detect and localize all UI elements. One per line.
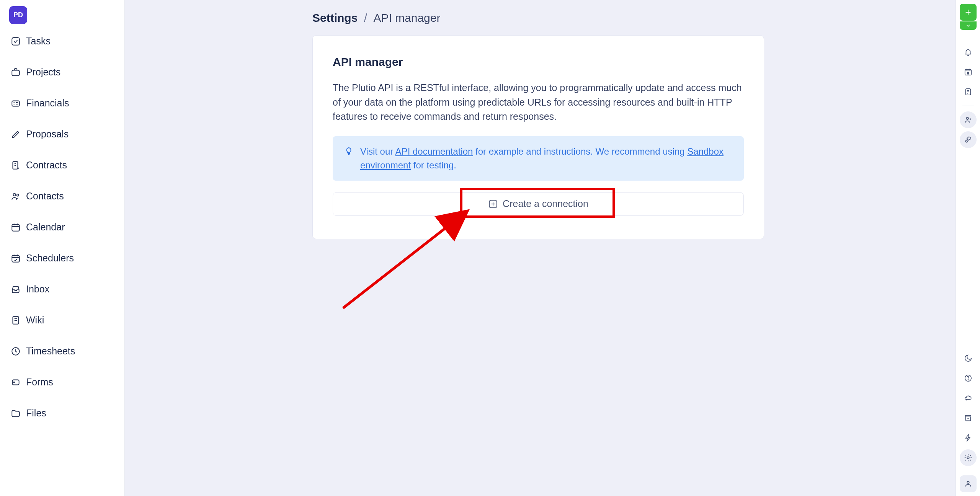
rightbar-divider <box>962 106 974 106</box>
sidebar-item-contacts[interactable]: Contacts <box>5 186 119 206</box>
api-documentation-link[interactable]: API documentation <box>395 146 473 157</box>
quick-add-button[interactable] <box>960 4 977 21</box>
svg-rect-6 <box>12 224 20 231</box>
sidebar-item-schedulers[interactable]: Schedulers <box>5 248 119 268</box>
check-square-icon <box>11 36 21 46</box>
clock-icon <box>11 346 21 356</box>
workspace-avatar[interactable]: PD <box>9 6 27 24</box>
folder-icon <box>11 408 21 418</box>
breadcrumb-api-manager: API manager <box>373 11 440 24</box>
primary-nav: Tasks Projects Financials Proposals Cont… <box>5 31 119 423</box>
svg-point-20 <box>967 457 969 459</box>
info-text: Visit our API documentation for example … <box>360 145 732 172</box>
notifications-button[interactable] <box>960 44 977 60</box>
calendar-day-number: 9 <box>967 71 969 75</box>
api-manager-card: API manager The Plutio API is a RESTful … <box>312 35 764 239</box>
svg-point-21 <box>967 481 969 484</box>
info-mid: for example and instructions. We recomme… <box>473 146 687 157</box>
cloud-button[interactable] <box>960 390 977 406</box>
pen-icon <box>11 129 21 139</box>
sidebar-item-contracts[interactable]: Contracts <box>5 155 119 175</box>
sidebar-item-label: Wiki <box>26 315 44 326</box>
breadcrumb-separator: / <box>364 11 367 24</box>
form-icon <box>11 377 21 387</box>
plus-square-icon <box>488 199 498 209</box>
users-icon <box>11 191 21 201</box>
sidebar-item-financials[interactable]: Financials <box>5 93 119 113</box>
sidebar-item-label: Forms <box>26 377 53 388</box>
profile-button[interactable] <box>960 475 977 492</box>
card-title: API manager <box>333 55 744 69</box>
svg-rect-7 <box>12 255 20 262</box>
add-contact-button[interactable] <box>960 111 977 128</box>
sidebar-item-tasks[interactable]: Tasks <box>5 31 119 51</box>
workspace-initials: PD <box>13 11 23 19</box>
svg-point-5 <box>17 194 19 196</box>
sidebar-item-label: Contacts <box>26 191 64 202</box>
right-sidebar: 9 <box>956 0 980 496</box>
main-content: Settings / API manager API manager The P… <box>125 0 956 496</box>
sidebar-item-label: Files <box>26 408 46 419</box>
left-sidebar: PD Tasks Projects Financials Proposals <box>0 0 125 496</box>
briefcase-icon <box>11 67 21 77</box>
sidebar-item-label: Proposals <box>26 129 69 140</box>
sidebar-item-files[interactable]: Files <box>5 403 119 423</box>
sidebar-item-label: Inbox <box>26 284 49 295</box>
svg-point-4 <box>13 193 16 196</box>
create-connection-label: Create a connection <box>503 198 588 209</box>
sidebar-item-label: Financials <box>26 98 69 109</box>
help-button[interactable] <box>960 370 977 387</box>
sidebar-item-wiki[interactable]: Wiki <box>5 310 119 330</box>
info-prefix: Visit our <box>360 146 395 157</box>
svg-rect-0 <box>12 38 20 45</box>
sidebar-item-projects[interactable]: Projects <box>5 62 119 82</box>
info-callout: Visit our API documentation for example … <box>333 136 744 181</box>
sidebar-item-calendar[interactable]: Calendar <box>5 217 119 237</box>
sidebar-item-label: Schedulers <box>26 253 74 264</box>
document-sign-icon <box>11 160 21 170</box>
sidebar-item-label: Tasks <box>26 36 51 47</box>
sidebar-item-timesheets[interactable]: Timesheets <box>5 341 119 361</box>
lightbulb-icon <box>344 146 353 155</box>
calendar-button[interactable]: 9 <box>960 64 977 80</box>
inbox-icon <box>11 284 21 294</box>
sidebar-item-label: Timesheets <box>26 346 75 357</box>
archive-button[interactable] <box>960 410 977 426</box>
svg-rect-19 <box>965 416 971 417</box>
card-description: The Plutio API is a RESTful interface, a… <box>333 81 744 124</box>
sidebar-item-label: Contracts <box>26 160 67 171</box>
sidebar-item-label: Projects <box>26 67 60 78</box>
launch-button[interactable] <box>960 131 977 148</box>
dark-mode-toggle[interactable] <box>960 350 977 367</box>
wiki-icon <box>11 315 21 325</box>
calendar-check-icon <box>11 253 21 263</box>
notes-button[interactable] <box>960 83 977 100</box>
sidebar-item-forms[interactable]: Forms <box>5 372 119 392</box>
sidebar-item-proposals[interactable]: Proposals <box>5 124 119 144</box>
svg-rect-2 <box>12 101 20 106</box>
create-connection-button[interactable]: Create a connection <box>333 192 744 216</box>
bolt-button[interactable] <box>960 429 977 446</box>
svg-rect-1 <box>12 70 20 75</box>
quick-add-dropdown[interactable] <box>960 21 977 30</box>
sidebar-item-label: Calendar <box>26 222 65 233</box>
wallet-icon <box>11 98 21 108</box>
breadcrumb-settings[interactable]: Settings <box>312 11 358 24</box>
info-suffix: for testing. <box>411 160 456 170</box>
svg-point-16 <box>966 117 969 120</box>
calendar-grid-icon <box>11 222 21 232</box>
settings-button[interactable] <box>960 449 977 466</box>
svg-point-18 <box>968 380 968 380</box>
sidebar-item-inbox[interactable]: Inbox <box>5 279 119 299</box>
breadcrumb: Settings / API manager <box>312 11 956 24</box>
svg-point-11 <box>13 382 15 383</box>
